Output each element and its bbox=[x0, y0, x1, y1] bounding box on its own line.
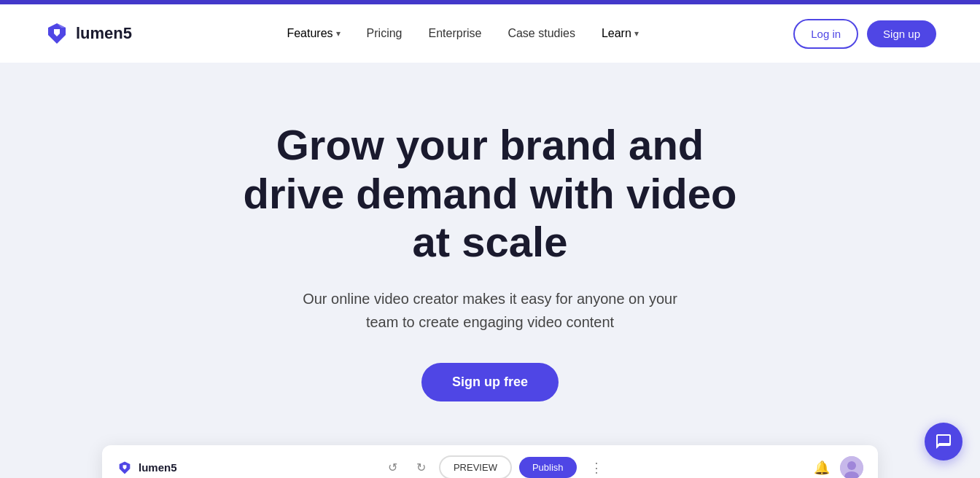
chat-bubble[interactable] bbox=[925, 423, 962, 461]
avatar-image bbox=[840, 456, 863, 478]
logo-text: lumen5 bbox=[76, 24, 132, 43]
chevron-down-icon: ▾ bbox=[634, 28, 639, 39]
hero-title: Grow your brand and drive demand with vi… bbox=[228, 121, 752, 267]
app-icons-right: 🔔 bbox=[814, 456, 863, 478]
app-preview-header: lumen5 ↺ ↻ PREVIEW Publish ⋮ 🔔 bbox=[102, 445, 878, 478]
preview-button[interactable]: PREVIEW bbox=[439, 455, 512, 478]
bell-icon[interactable]: 🔔 bbox=[814, 460, 830, 476]
navigation: lumen5 Features ▾ Pricing Enterprise Cas… bbox=[0, 4, 980, 63]
nav-item-features[interactable]: Features ▾ bbox=[287, 27, 340, 40]
hero-section: Grow your brand and drive demand with vi… bbox=[0, 63, 980, 478]
nav-links: Features ▾ Pricing Enterprise Case studi… bbox=[287, 27, 638, 40]
signup-button[interactable]: Sign up bbox=[867, 20, 936, 47]
logo-icon bbox=[44, 20, 70, 47]
nav-item-learn[interactable]: Learn ▾ bbox=[602, 27, 639, 40]
chevron-down-icon: ▾ bbox=[336, 28, 341, 39]
more-button[interactable]: ⋮ bbox=[584, 457, 609, 478]
app-logo-icon bbox=[117, 460, 133, 476]
nav-item-pricing[interactable]: Pricing bbox=[367, 27, 402, 40]
publish-button[interactable]: Publish bbox=[519, 457, 577, 478]
nav-item-enterprise[interactable]: Enterprise bbox=[428, 27, 481, 40]
app-preview: lumen5 ↺ ↻ PREVIEW Publish ⋮ 🔔 bbox=[102, 445, 878, 478]
app-logo-text: lumen5 bbox=[139, 461, 177, 474]
chat-icon bbox=[935, 433, 952, 450]
app-controls: ↺ ↻ PREVIEW Publish ⋮ bbox=[382, 455, 609, 478]
signup-free-button[interactable]: Sign up free bbox=[421, 363, 559, 401]
nav-actions: Log in Sign up bbox=[793, 19, 936, 49]
app-logo: lumen5 bbox=[117, 460, 177, 476]
undo-button[interactable]: ↺ bbox=[382, 458, 403, 477]
avatar bbox=[840, 456, 863, 478]
logo-link[interactable]: lumen5 bbox=[44, 20, 132, 47]
login-button[interactable]: Log in bbox=[793, 19, 858, 49]
svg-point-1 bbox=[847, 461, 856, 470]
hero-subtitle: Our online video creator makes it easy f… bbox=[293, 287, 687, 334]
redo-button[interactable]: ↻ bbox=[411, 458, 432, 477]
nav-item-case-studies[interactable]: Case studies bbox=[508, 27, 575, 40]
